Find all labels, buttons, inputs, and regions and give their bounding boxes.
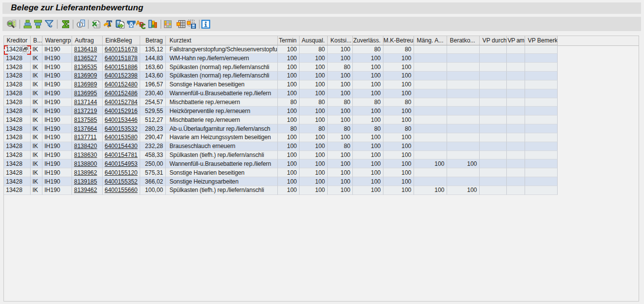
- svg-text:T: T: [107, 19, 112, 28]
